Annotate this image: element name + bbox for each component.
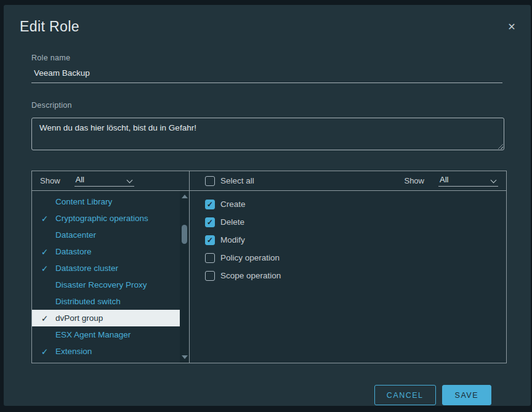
left-panel-header: Show All [32,171,189,191]
privilege-category-label: dvPort group [55,313,103,323]
check-icon: ✓ [39,247,50,257]
permission-checkbox[interactable]: ✓ [205,271,215,281]
check-icon: ✓ [39,264,50,273]
privilege-category-label: Distributed switch [55,297,121,306]
privilege-category-item[interactable]: ✓dvPort group [32,310,180,326]
close-icon: ✕ [507,22,515,32]
permission-label: Delete [220,217,244,227]
check-icon: ✓ [39,313,50,323]
permission-checkbox[interactable]: ✓ [205,253,215,263]
privilege-category-item[interactable]: Disaster Recovery Proxy [32,277,180,293]
permission-label: Create [220,200,246,209]
description-label: Description [31,101,502,110]
privileges-panels: Show All Content Library✓Cryptographic o… [31,171,507,363]
left-panel-body: Content Library✓Cryptographic operations… [32,191,189,363]
category-show-select[interactable]: All [75,175,134,187]
role-name-label: Role name [31,54,502,62]
check-icon: ✓ [207,219,213,226]
privilege-category-item[interactable]: Datacenter [32,227,180,243]
select-all-label: Select all [220,176,254,185]
privilege-category-label: Datastore [55,247,92,256]
permission-show-select[interactable]: All [438,175,498,187]
permission-label: Modify [220,235,245,244]
check-icon: ✓ [207,236,213,244]
edit-role-dialog: Edit Role ✕ Role name Description Wenn d… [4,5,531,406]
dialog-title: Edit Role [20,18,531,35]
dialog-header: Edit Role ✕ [4,5,531,35]
category-show-value: All [76,175,84,184]
check-icon: ✓ [207,201,213,208]
privilege-category-label: Content Library [55,197,112,206]
privilege-category-label: Datastore cluster [55,264,118,273]
scrollbar[interactable] [180,191,189,363]
permission-list: ✓Create✓Delete✓Modify✓Policy operation✓S… [190,191,506,285]
permission-checkbox[interactable]: ✓ [205,217,215,227]
permission-row: ✓Modify [190,231,506,249]
privilege-category-list: Content Library✓Cryptographic operations… [32,193,189,363]
save-button[interactable]: SAVE [442,385,491,405]
privilege-category-item[interactable]: Distributed switch [32,293,180,310]
permission-show-value: All [440,175,448,184]
description-field: Wenn du das hier löscht, bist du in Gefa… [31,118,504,150]
permission-checkbox[interactable]: ✓ [205,200,215,209]
chevron-down-icon [126,177,132,184]
check-icon: ✓ [39,347,50,357]
permission-label: Scope operation [220,271,281,280]
permission-label: Policy operation [220,253,280,262]
privilege-category-item[interactable]: ✓Cryptographic operations [32,210,180,227]
privilege-category-label: ESX Agent Manager [55,330,131,339]
privilege-category-item[interactable]: Content Library [32,193,180,210]
privilege-category-label: Datacenter [55,230,96,240]
right-panel-header: Select all Show All [190,171,506,191]
role-name-input[interactable] [31,62,502,83]
show-label: Show [40,176,60,185]
privilege-categories-panel: Show All Content Library✓Cryptographic o… [32,171,190,363]
chevron-down-icon [491,177,497,184]
scroll-down-icon[interactable] [182,355,188,359]
check-icon: ✓ [39,214,50,224]
select-all-checkbox[interactable] [205,176,215,186]
scroll-up-icon[interactable] [182,195,188,198]
privilege-category-item[interactable]: External stats provider [32,360,180,363]
permission-row: ✓Scope operation [190,267,506,285]
scrollbar-thumb[interactable] [182,225,187,244]
privilege-category-label: Cryptographic operations [55,214,148,223]
privilege-category-label: Disaster Recovery Proxy [55,280,147,289]
privilege-category-item[interactable]: ✓Extension [32,343,180,360]
permission-row: ✓Policy operation [190,249,506,267]
privilege-category-item[interactable]: ESX Agent Manager [32,326,180,343]
privilege-category-item[interactable]: ✓Datastore [32,243,180,260]
permissions-panel: Select all Show All ✓Create✓Delete✓Modif… [190,171,506,363]
permission-row: ✓Delete [190,213,506,231]
dialog-content: Role name Description Wenn du das hier l… [4,54,531,405]
close-button[interactable]: ✕ [506,21,518,33]
privilege-category-label: Extension [55,347,92,356]
cancel-button[interactable]: CANCEL [374,385,436,405]
description-textarea[interactable]: Wenn du das hier löscht, bist du in Gefa… [31,118,504,150]
show-label: Show [404,176,424,185]
privilege-category-item[interactable]: ✓Datastore cluster [32,260,180,277]
dialog-footer: CANCEL SAVE [31,363,502,405]
permission-row: ✓Create [190,195,506,213]
permission-checkbox[interactable]: ✓ [205,235,215,245]
